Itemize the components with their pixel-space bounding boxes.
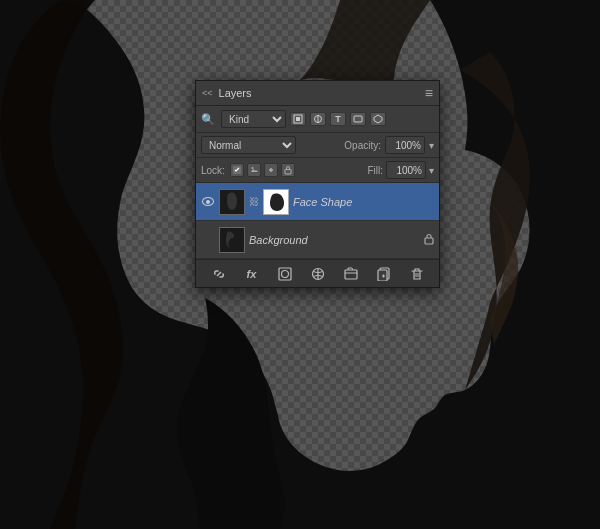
filter-type-icon[interactable]: T <box>330 112 346 126</box>
filter-shape-icon[interactable] <box>350 112 366 126</box>
fill-dropdown-icon[interactable]: ▾ <box>429 165 434 176</box>
filter-pixel-icon[interactable] <box>290 112 306 126</box>
lock-all-button[interactable] <box>281 163 295 177</box>
add-mask-button[interactable] <box>276 265 294 283</box>
svg-point-7 <box>251 167 253 169</box>
svg-rect-11 <box>220 228 244 252</box>
opacity-label: Opacity: <box>344 140 381 151</box>
background-layer-name: Background <box>249 234 420 246</box>
svg-rect-8 <box>285 170 291 175</box>
face-shape-layer-row[interactable]: ⛓ Face Shape <box>196 183 439 221</box>
panel-toolbar: fx <box>196 259 439 287</box>
blend-mode-row: Normal Opacity: ▾ <box>196 133 439 158</box>
eye-icon <box>202 197 214 206</box>
lock-label: Lock: <box>201 165 225 176</box>
background-layer-row[interactable]: Background <box>196 221 439 259</box>
face-shape-mask-thumbnail <box>263 189 289 215</box>
layer-link-icon: ⛓ <box>249 196 259 207</box>
lock-pixels-button[interactable] <box>230 163 244 177</box>
face-shape-visibility-toggle[interactable] <box>201 195 215 209</box>
panel-title: Layers <box>219 87 252 99</box>
filter-smartobject-icon[interactable] <box>370 112 386 126</box>
kind-select[interactable]: Kind <box>221 110 286 128</box>
layers-panel: << Layers ≡ 🔍 Kind T Normal Opacity: <box>195 80 440 288</box>
fx-button[interactable]: fx <box>243 265 261 283</box>
opacity-dropdown-icon[interactable]: ▾ <box>429 140 434 151</box>
new-layer-button[interactable] <box>375 265 393 283</box>
lock-image-button[interactable] <box>247 163 261 177</box>
blend-mode-select[interactable]: Normal <box>201 136 296 154</box>
svg-rect-13 <box>279 268 291 280</box>
face-shape-layer-name: Face Shape <box>293 196 434 208</box>
link-layers-button[interactable] <box>210 265 228 283</box>
opacity-input[interactable] <box>385 136 425 154</box>
lock-fill-row: Lock: Fill: ▾ <box>196 158 439 183</box>
delete-layer-button[interactable] <box>408 265 426 283</box>
background-visibility-toggle[interactable] <box>201 233 215 247</box>
face-shape-thumbnail <box>219 189 245 215</box>
lock-position-button[interactable] <box>264 163 278 177</box>
new-adjustment-button[interactable] <box>309 265 327 283</box>
layers-list: ⛓ Face Shape Background <box>196 183 439 259</box>
svg-rect-12 <box>425 238 433 244</box>
kind-row: 🔍 Kind T <box>196 106 439 133</box>
fill-label: Fill: <box>367 165 383 176</box>
svg-point-14 <box>281 270 288 277</box>
background-thumbnail <box>219 227 245 253</box>
search-magnifier-icon: 🔍 <box>201 113 215 126</box>
panel-header-left: << Layers <box>202 87 252 99</box>
panel-menu-icon[interactable]: ≡ <box>425 85 433 101</box>
background-lock-icon <box>424 233 434 247</box>
svg-rect-2 <box>296 117 300 121</box>
svg-rect-16 <box>345 270 357 279</box>
panel-header: << Layers ≡ <box>196 81 439 106</box>
new-group-button[interactable] <box>342 265 360 283</box>
fill-input[interactable] <box>386 161 426 179</box>
svg-rect-5 <box>354 116 362 122</box>
panel-collapse-icon[interactable]: << <box>202 88 213 98</box>
filter-adjustment-icon[interactable] <box>310 112 326 126</box>
